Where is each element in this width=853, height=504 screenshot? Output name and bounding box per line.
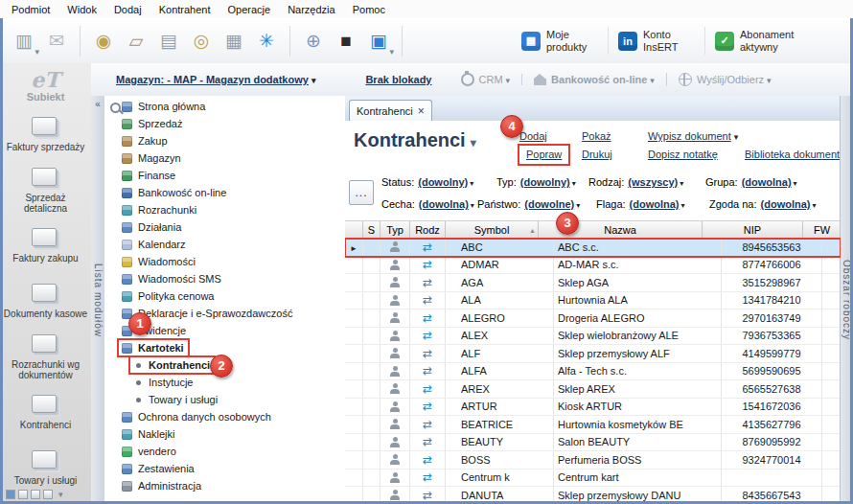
tree-item-rozrachunki[interactable]: Rozrachunki [104, 201, 345, 218]
devices-icon[interactable]: ▣ [362, 24, 395, 58]
column-header-selector[interactable] [345, 221, 363, 238]
table-row-alfa[interactable]: ALFAAlfa - Tech s.c.5699590695 [345, 363, 841, 381]
tab-kontrahenci[interactable]: Kontrahenci [349, 100, 432, 121]
link-popraw[interactable]: Popraw [519, 146, 568, 164]
globe-toolbar-icon[interactable]: ⊕ [297, 24, 330, 58]
menu-operacje[interactable]: Operacje [219, 2, 280, 17]
workspace-strip[interactable]: Obszar roboczy [840, 96, 853, 504]
menu-podmiot[interactable]: Podmiot [3, 2, 58, 17]
filter-value-cecha[interactable]: (dowolna) [419, 198, 469, 210]
modules-strip[interactable]: Lista modułów [91, 96, 105, 504]
menu-narzedzia[interactable]: Narzędzia [279, 2, 344, 17]
link-dodaj[interactable]: Dodaj [519, 127, 568, 146]
tree-item-vendero[interactable]: vendero [104, 443, 345, 460]
crm-button[interactable]: CRM [461, 73, 511, 86]
menu-kontrahent[interactable]: Kontrahent [150, 2, 219, 17]
mail-icon[interactable]: ✉ [40, 24, 73, 58]
tree-item-dzialania[interactable]: Działania [104, 218, 345, 236]
filter-value-rodzaj[interactable]: (wszyscy) [628, 176, 678, 188]
table-row-aga[interactable]: AGASklep AGA3515298967 [345, 274, 841, 292]
column-header-rodz[interactable]: Rodz [410, 221, 446, 238]
moje-produkty-button[interactable]: ▦Moje produkty [512, 27, 608, 55]
table-row-centrum-k[interactable]: Centrum kCentrum kart [345, 470, 841, 488]
table-row-beatrice[interactable]: BEATRICEHurtownia kosmetyków BE413562779… [345, 416, 841, 434]
menu-widok[interactable]: Widok [58, 2, 105, 17]
tree-item-administracja[interactable]: Administracja [104, 477, 345, 494]
column-header-s[interactable]: S [363, 221, 380, 238]
tree-item-magazyn[interactable]: Magazyn [104, 149, 345, 167]
table-row-arex[interactable]: AREXSklep AREX6565527638 [345, 380, 841, 399]
link-dopisz-notatke[interactable]: Dopisz notatkę [648, 146, 738, 164]
bankowosc-button[interactable]: Bankowość on-line [521, 74, 655, 85]
abonament-button[interactable]: ✓Abonament aktywny [704, 27, 801, 55]
table-row-boss[interactable]: BOSSPerfumeria BOSS9324770014 [345, 451, 841, 470]
eraser-icon[interactable]: ▱ [120, 24, 152, 58]
tree-item-towary-i-uslugi[interactable]: Towary i usługi [104, 391, 345, 408]
coins-icon[interactable]: ◎ [185, 24, 218, 58]
table-row-alegro[interactable]: ALEGRODrogeria ALEGRO2970163749 [345, 309, 841, 328]
blokada-link[interactable]: Brak blokady [365, 74, 431, 85]
tree-item-kartoteki[interactable]: Kartoteki [104, 339, 345, 356]
tree-item-ochrona-danych-osobowych[interactable]: Ochrona danych osobowych [104, 408, 345, 425]
tree-item-wiadomosci[interactable]: Wiadomości [104, 253, 345, 270]
pager-icon[interactable] [31, 490, 40, 499]
table-row-alex[interactable]: ALEXSklep wielobranżowy ALE7936753365 [345, 328, 841, 346]
pager-icon[interactable] [6, 490, 15, 499]
page-title[interactable]: Kontrahenci [354, 129, 476, 151]
link-wypisz-dokument[interactable]: Wypisz dokument [648, 127, 738, 146]
sidebar-item-dokumenty-kasowe[interactable]: Dokumenty kasowe [0, 274, 91, 330]
cube-icon[interactable]: ■ [330, 24, 362, 58]
link-biblioteka-dokumentow[interactable]: Biblioteka dokumentów [745, 146, 841, 164]
tree-item-naklejki[interactable]: Naklejki [104, 425, 345, 443]
filter-value-status[interactable]: (dowolny) [418, 176, 468, 188]
sidebar-item-faktury-sprzedazy[interactable]: Faktury sprzedaży [0, 107, 91, 163]
column-header-typ[interactable]: Typ [380, 221, 410, 238]
table-row-abc[interactable]: ABCABC s.c.8945653563 [345, 239, 841, 257]
magazyn-selector[interactable]: Magazyn: - MAP - Magazyn dodatkowy [116, 74, 315, 85]
tree-item-zakup[interactable]: Zakup [104, 132, 345, 149]
payments-icon[interactable]: ◉ [87, 24, 120, 58]
sidebar-item-kontrahenci[interactable]: Kontrahenci [0, 385, 91, 441]
filter-value-panstwo[interactable]: (dowolne) [524, 198, 574, 210]
tree-item-polityka-cenowa[interactable]: Polityka cenowa [104, 287, 345, 305]
column-header-fw[interactable]: FW [803, 221, 841, 238]
scan-send-icon[interactable]: ▥ [8, 24, 40, 58]
pager-icon[interactable] [43, 490, 53, 499]
more-filters-button[interactable]: ... [349, 180, 374, 205]
link-drukuj[interactable]: Drukuj [582, 146, 612, 164]
table-row-danuta[interactable]: DANUTASklep przemysłowy DANU8435667543 [345, 487, 841, 504]
column-header-symbol[interactable]: Symbol [446, 221, 539, 238]
sidebar-item-sprzedaz-detaliczna[interactable]: Sprzedaż detaliczna [0, 163, 91, 218]
tree-item-zestawienia[interactable]: Zestawienia [104, 460, 345, 477]
tree-item-finanse[interactable]: Finanse [104, 167, 345, 184]
filter-value-grupa[interactable]: (dowolna) [742, 176, 792, 188]
filter-value-flaga[interactable]: (dowolna) [630, 198, 680, 210]
wyslij-odbierz-button[interactable]: Wyślij/Odbierz [666, 73, 772, 86]
filter-value-zgoda-na[interactable]: (dowolna) [761, 198, 811, 210]
table-row-artur[interactable]: ARTURKiosk ARTUR1541672036 [345, 399, 841, 417]
chevron-down-icon[interactable] [56, 489, 63, 499]
table-row-admar[interactable]: ADMARAD-MAR s.c.8774766006 [345, 257, 841, 275]
link-pokaz[interactable]: Pokaż [582, 127, 612, 146]
collapse-chevron-icon[interactable] [91, 99, 104, 109]
column-header-nip[interactable]: NIP [703, 221, 803, 238]
konto-insert-button[interactable]: inKonto InsERT [608, 27, 704, 55]
menu-pomoc[interactable]: Pomoc [344, 2, 394, 17]
tree-item-kalendarz[interactable]: Kalendarz [104, 236, 345, 253]
tree-item-wiadomosci-sms[interactable]: Wiadomości SMS [104, 270, 345, 287]
tree-item-strona-glowna[interactable]: Strona główna [104, 98, 345, 115]
search-icon[interactable] [110, 103, 121, 113]
sidebar-item-rozrachunki-wg-dokumentow[interactable]: Rozrachunki wg dokumentów [0, 330, 91, 385]
filter-value-typ[interactable]: (dowolny) [520, 176, 570, 188]
table-row-ala[interactable]: ALAHurtownia ALA1341784210 [345, 292, 841, 310]
table-row-alf[interactable]: ALFSklep przemysłowy ALF4149599779 [345, 345, 841, 363]
tree-item-sprzedaz[interactable]: Sprzedaż [104, 115, 345, 132]
pager-icon[interactable] [18, 490, 28, 499]
tab-close-icon[interactable] [418, 105, 425, 117]
table-row-beauty[interactable]: BEAUTYSalon BEAUTY8769095992 [345, 434, 841, 452]
services-icon[interactable]: ✳ [250, 24, 283, 58]
tree-item-bankowosc-on-line[interactable]: Bankowość on-line [104, 184, 345, 201]
sidebar-item-faktury-zakupu[interactable]: Faktury zakupu [0, 218, 91, 274]
cash-register-icon[interactable]: ▦ [218, 24, 250, 58]
card-terminal-icon[interactable]: ▤ [152, 24, 185, 58]
